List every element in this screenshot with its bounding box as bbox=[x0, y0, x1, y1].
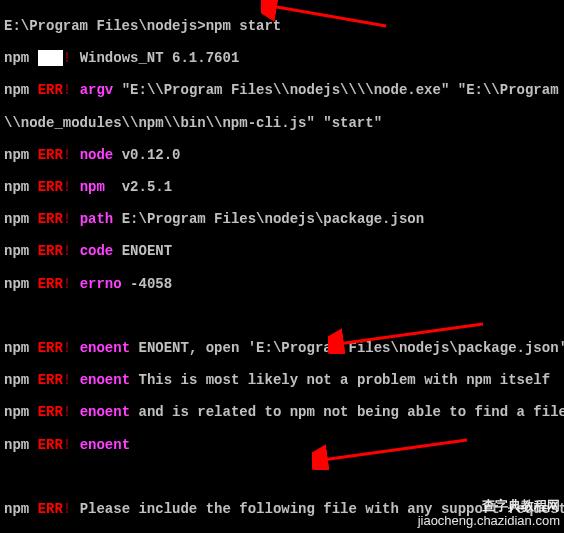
path-value: E:\Program Files\nodejs\package.json bbox=[122, 211, 424, 227]
errno-value: -4058 bbox=[130, 276, 172, 292]
bang-icon: ! bbox=[63, 50, 71, 66]
argv-value-cont: \\node_modules\\npm\\bin\\npm-cli.js" "s… bbox=[4, 115, 382, 131]
watermark-url: jiaocheng.chazidian.com bbox=[418, 514, 560, 529]
node-version: v0.12.0 bbox=[122, 147, 181, 163]
argv-label: argv bbox=[80, 82, 114, 98]
watermark-title: 查字典教程网 bbox=[418, 499, 560, 514]
npm-label: npm bbox=[4, 50, 29, 66]
command: npm start bbox=[206, 18, 282, 34]
code-value: ENOENT bbox=[122, 243, 172, 259]
watermark: 查字典教程网 jiaocheng.chazidian.com bbox=[418, 499, 560, 529]
argv-value: "E:\\Program Files\\nodejs\\\\node.exe" … bbox=[122, 82, 564, 98]
prompt[interactable]: E:\Program Files\nodejs> bbox=[4, 18, 206, 34]
enoent-msg: ENOENT, open 'E:\Program Files\nodejs\pa… bbox=[138, 340, 564, 356]
npm-version: v2.5.1 bbox=[122, 179, 172, 195]
err-label: ERR bbox=[38, 50, 63, 66]
platform: Windows_NT 6.1.7601 bbox=[80, 50, 240, 66]
terminal-output: E:\Program Files\nodejs>npm start npm ER… bbox=[0, 0, 564, 533]
